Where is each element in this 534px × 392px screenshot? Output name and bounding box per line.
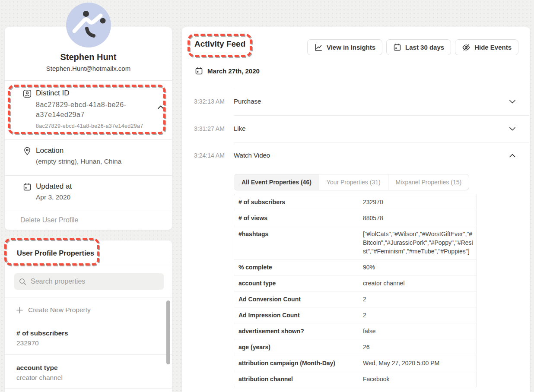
divider [5,354,172,355]
feed-date-label: March 27th, 2020 [207,67,260,75]
chevron-down-icon[interactable] [509,127,515,131]
chevron-down-icon[interactable] [509,100,515,104]
property-label: advertisement shown? [234,323,363,339]
property-value: 232970 [16,339,39,347]
table-row: age (years) 26 [234,339,477,355]
calendar-icon [195,67,203,75]
event-name: Like [234,125,246,132]
property-label: attribution channel [234,371,363,387]
search-properties-box[interactable] [14,273,164,290]
event-name: Watch Video [234,152,270,159]
property-value: 2 [363,291,477,307]
user-profile-properties-card: User Profile Properties Create New Prope… [4,240,172,392]
event-time: 3:24:14 AM [194,152,231,159]
activity-feed-title: Activity Feed [194,39,245,49]
eye-off-icon [462,43,470,52]
hide-events-label: Hide Events [474,44,512,51]
property-label: #hashtags [234,226,363,259]
date-range-button[interactable]: Last 30 days [386,39,451,55]
search-icon [19,278,26,285]
calendar-icon [23,183,32,191]
location-pin-icon [23,147,32,155]
distinct-id-badge-icon [23,89,32,98]
property-value: Facebook [363,371,477,387]
property-value: false [363,323,477,339]
property-value: 880578 [363,210,477,226]
property-label: Ad Impression Count [234,307,363,323]
property-value: Wed, May 27, 2020 5:00 PM [363,355,477,371]
tab-mixpanel-properties[interactable]: Mixpanel Properties (15) [388,174,469,190]
create-new-property-button[interactable]: Create New Property [16,306,91,314]
divider [5,211,172,211]
chevron-up-icon[interactable] [158,105,164,109]
divider [5,297,172,297]
property-value: 2 [363,307,477,323]
table-row: attribution campaign (Month-Day) Wed, Ma… [234,355,477,371]
property-value: 26 [363,339,477,355]
table-row: # of subscribers 232970 [234,194,477,210]
location-value: (empty string), Hunan, China [36,158,121,165]
distinct-id-value: 8ac27829-ebcd-41a8-be26-a37e14ed29a7 [36,100,144,120]
event-time: 3:31:27 AM [194,125,231,132]
divider [5,388,172,389]
create-new-property-label: Create New Property [28,306,91,314]
hide-events-button[interactable]: Hide Events [455,39,518,55]
property-name: # of subscribers [16,329,68,337]
property-value: creator channel [16,374,63,382]
property-label: # of views [234,210,363,226]
table-row: # of views 880578 [234,210,477,226]
table-row: Ad Conversion Count 2 [234,291,477,307]
divider [5,80,172,81]
distinct-id-label: Distinct ID [36,89,69,98]
event-time: 3:32:13 AM [194,98,231,105]
distinct-id-sub-value: 8ac27829-ebcd-41a8-be26-a37e14ed29a7 [36,123,143,129]
profile-email: Stephen.Hunt@hotmailx.com [5,65,172,72]
event-name: Purchase [234,98,261,105]
property-label: age (years) [234,339,363,355]
property-value: 90% [363,259,477,275]
search-properties-input[interactable] [31,278,152,285]
property-label: account type [234,275,363,291]
date-range-label: Last 30 days [405,44,444,51]
divider [5,264,172,264]
divider [5,175,172,176]
property-value: ["#lolCats","#Wilson","#WorstGiftEver","… [363,226,477,259]
calendar-icon [393,43,401,51]
divider [234,87,529,87]
property-name: account type [16,364,58,372]
user-profile-card: Stephen Hunt Stephen.Hunt@hotmailx.com D… [4,27,172,230]
location-label: Location [36,146,64,155]
scrollbar-thumb[interactable] [166,300,170,364]
view-in-insights-label: View in Insights [327,44,375,51]
view-in-insights-button[interactable]: View in Insights [307,39,382,55]
chevron-up-icon[interactable] [509,154,515,158]
event-properties-table: # of subscribers 232970 # of views 88057… [234,194,477,387]
tab-all-event-properties[interactable]: All Event Properties (46) [234,174,319,190]
feed-toolbar: View in Insights Last 30 days [307,39,518,55]
property-value: 232970 [363,194,477,210]
property-value: creator channel [363,275,477,291]
divider [5,139,172,140]
updated-at-label: Updated at [36,182,72,191]
tab-your-properties[interactable]: Your Properties (31) [319,174,388,190]
delete-user-profile-button[interactable]: Delete User Profile [20,216,78,224]
table-row: #hashtags ["#lolCats","#Wilson","#WorstG… [234,226,477,259]
event-properties-tabs: All Event Properties (46) Your Propertie… [234,174,469,190]
property-label: % complete [234,259,363,275]
updated-at-value: Apr 3, 2020 [36,193,70,201]
property-label: attribution campaign (Month-Day) [234,355,363,371]
activity-feed-card: Activity Feed View in Insights Last 30 [181,27,531,392]
properties-panel-title: User Profile Properties [17,249,94,257]
table-row: Ad Impression Count 2 [234,307,477,323]
table-row: % complete 90% [234,259,477,275]
property-label: Ad Conversion Count [234,291,363,307]
property-label: # of subscribers [234,194,363,210]
table-row: advertisement shown? false [234,323,477,339]
feed-date-header: March 27th, 2020 [195,67,260,75]
profile-name: Stephen Hunt [5,52,172,62]
divider [234,142,529,142]
line-chart-icon [314,43,323,52]
table-row: attribution channel Facebook [234,371,477,387]
plus-icon [16,307,23,313]
table-row: account type creator channel [234,275,477,291]
